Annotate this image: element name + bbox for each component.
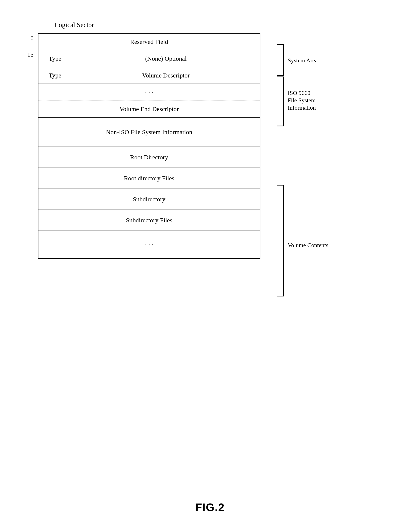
sector-num-15: 15 xyxy=(27,51,34,58)
row-label-rootfiles: Root directory Files xyxy=(122,171,176,185)
type-cell-optional: Type xyxy=(38,50,72,67)
row-label-optional: (None) Optional xyxy=(72,50,260,67)
row-label-volend: Volume End Descriptor xyxy=(117,102,181,116)
row-label-subdir: Subdirectory xyxy=(131,192,168,206)
iso-label-line1: ISO 9660 xyxy=(288,90,310,96)
table-row: Subdirectory Files xyxy=(38,210,260,231)
row-label-noniso: Non-ISO File System Information xyxy=(104,125,194,139)
table-row: Type Volume Descriptor xyxy=(38,67,260,84)
table-row: · · · xyxy=(38,231,260,258)
row-label-subdirfiles: Subdirectory Files xyxy=(124,213,175,227)
volume-contents-label: Volume Contents xyxy=(288,242,328,248)
main-table: Reserved Field Type (None) Optional Type… xyxy=(38,33,260,259)
sector-numbers: 0 15 xyxy=(21,33,34,58)
type-cell-voldesc: Type xyxy=(38,67,72,84)
table-row: Root directory Files xyxy=(38,168,260,189)
iso-label-line3: Information xyxy=(288,104,316,111)
table-row: Reserved Field xyxy=(38,34,260,50)
figure-label: FIG.2 xyxy=(195,501,225,514)
diagram-container: Logical Sector 0 15 Reserved Field Type … xyxy=(21,21,399,259)
table-row: Non-ISO File System Information xyxy=(38,118,260,147)
row-label-ellipsis2: · · · xyxy=(143,238,155,252)
row-label-ellipsis1: · · · xyxy=(143,85,155,99)
right-annotations: System Area ISO 9660 File System Informa… xyxy=(275,42,380,441)
sector-num-0: 0 xyxy=(31,35,34,41)
row-label-reserved: Reserved Field xyxy=(128,35,170,49)
system-area-label: System Area xyxy=(288,57,318,64)
table-row: Type (None) Optional xyxy=(38,50,260,67)
table-row: Subdirectory xyxy=(38,189,260,210)
table-row: Root Directory xyxy=(38,147,260,168)
row-label-voldesc: Volume Descriptor xyxy=(72,67,260,84)
table-row: Volume End Descriptor xyxy=(38,101,260,118)
table-row: · · · xyxy=(38,84,260,101)
logical-sector-label: Logical Sector xyxy=(55,21,399,29)
iso-label-line2: File System xyxy=(288,97,316,104)
row-label-rootdir: Root Directory xyxy=(128,150,170,164)
diagram-body: 0 15 Reserved Field Type (None) Optional… xyxy=(21,33,399,259)
